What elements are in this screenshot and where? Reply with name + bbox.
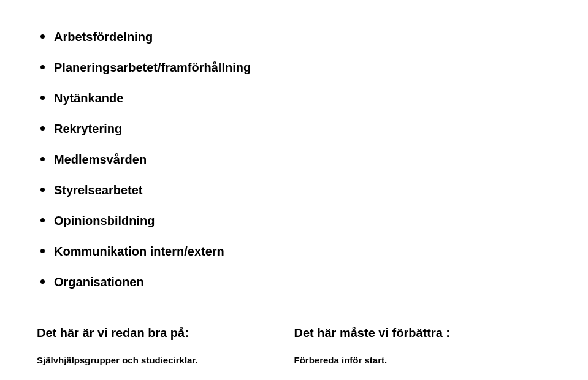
bullet-item: Arbetsfördelning <box>37 29 551 44</box>
comparison-table: Det här är vi redan bra på: Självhjälpsg… <box>37 326 551 380</box>
bullet-item: Organisationen <box>37 275 551 289</box>
bullet-item: Rekrytering <box>37 121 551 136</box>
bullet-list: Arbetsfördelning Planeringsarbetet/framf… <box>37 29 551 289</box>
bullet-item: Planeringsarbetet/framförhållning <box>37 60 551 75</box>
right-column-header: Det här måste vi förbättra : <box>294 326 547 340</box>
left-column-item: Självhjälpsgrupper och studiecirklar. <box>37 355 289 365</box>
bullet-item: Medlemsvården <box>37 152 551 167</box>
right-column-item: Förbereda inför start. <box>294 355 547 365</box>
bullet-item: Styrelsearbetet <box>37 183 551 197</box>
left-column-header: Det här är vi redan bra på: <box>37 326 289 340</box>
bullet-item: Opinionsbildning <box>37 213 551 228</box>
bullet-item: Kommunikation intern/extern <box>37 244 551 259</box>
bullet-item: Nytänkande <box>37 91 551 105</box>
right-column: Det här måste vi förbättra : Förbereda i… <box>294 326 552 380</box>
left-column: Det här är vi redan bra på: Självhjälpsg… <box>37 326 294 380</box>
